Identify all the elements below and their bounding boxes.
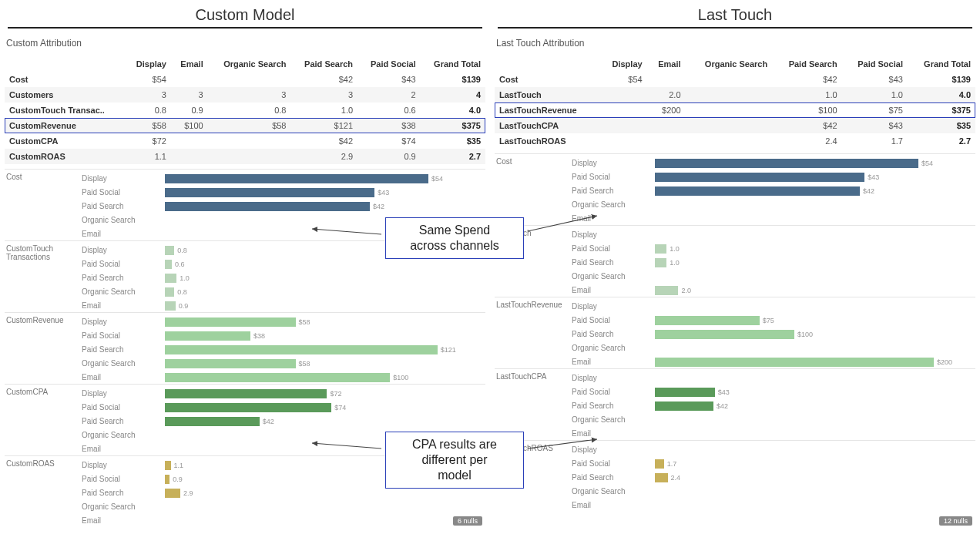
bar-group-label: CustomRevenue [5,314,80,384]
bar-row: Paid Search$42 [80,414,485,428]
bar-value: $42 [373,203,384,210]
cell: $42 [290,72,357,87]
cell [686,102,773,118]
bar-value: 1.0 [670,245,680,253]
bar [655,258,666,267]
cell: $42 [290,133,357,149]
bar [165,417,260,426]
bar-row: Paid Search$100 [570,327,975,341]
bar-value: $75 [763,317,774,324]
channel-label: Paid Search [80,417,165,425]
channel-label: Paid Search [570,473,655,482]
bar-value: $100 [393,374,408,381]
channel-label: Paid Social [570,244,655,253]
nulls-badge[interactable]: 12 nulls [939,516,972,526]
bar-row: Email [570,498,975,512]
row-total: 4.0 [908,87,975,102]
col-header: Email [647,56,686,72]
bar-row: Paid Search$42 [80,199,485,213]
bar-value: $200 [937,358,952,366]
channel-label: Display [570,445,655,454]
col-header: Display [126,56,171,72]
cell: $42 [772,72,841,87]
channel-label: Email [80,445,165,453]
channel-label: Email [80,230,165,238]
cell: 3 [171,87,208,102]
bar-value: 0.8 [177,247,187,254]
channel-label: Organic Search [80,502,165,511]
cell: 0.8 [208,102,291,118]
bar [655,186,860,196]
bar-row: Email$200 [570,354,975,368]
bar-row: Paid Search$42 [570,398,975,412]
row-total: 4.0 [421,102,485,118]
channel-label: Paid Search [80,489,165,497]
bar [165,475,169,484]
section-title: Custom Attribution [5,33,485,56]
bar-value: $38 [253,332,265,340]
bar-row: Email [570,426,975,440]
bar-row: Organic Search [570,197,975,211]
bar-group: LastTouchROASDisplayPaid Social1.7Paid S… [495,440,975,512]
table-row: LastTouchRevenue$200$100$75$375 [495,102,975,118]
table-row: Cost$54$42$43$139 [495,72,975,87]
bar [165,317,296,327]
bar-row: Paid Social$43 [570,385,975,398]
bar-row: Display [570,227,975,241]
channel-label: Organic Search [570,272,655,281]
cell [208,72,291,87]
cell [599,87,647,102]
bar [165,345,438,354]
bar-value: $100 [797,331,813,338]
bar-row: Display$58 [80,314,485,328]
bar-row: Display$54 [570,156,975,170]
row-total: $35 [421,133,485,149]
bar [165,246,174,255]
bar-row: Paid Social1.7 [570,456,975,470]
row-total: $139 [908,72,975,87]
cell: 1.7 [842,133,908,149]
channel-label: Paid Search [80,345,165,354]
row-total: $375 [908,102,975,118]
cell: $72 [126,133,171,149]
bar-group: CostDisplay$54Paid Social$43Paid Search$… [495,153,975,225]
cell: 0.9 [357,149,421,164]
row-label: Customers [5,87,126,102]
row-label: Cost [5,72,126,87]
bar-value: $58 [299,360,310,368]
bar-value: 1.1 [174,462,184,469]
bar [165,301,176,311]
channel-label: Paid Social [570,459,655,468]
bar-group-label: CustomROAS [5,458,80,527]
bar-value: $43 [378,189,389,197]
nulls-badge[interactable]: 6 nulls [453,516,482,526]
cell: $54 [126,72,171,87]
bar [655,173,864,182]
bar-value: 2.9 [183,489,193,497]
bar-value: $42 [717,402,728,410]
cell: $121 [290,118,357,133]
row-total: $375 [421,118,485,133]
cell [599,133,647,149]
channel-label: Email [80,373,165,381]
table-row: LastTouchROAS2.41.72.7 [495,133,975,149]
cell: $43 [842,72,908,87]
cell: $58 [126,118,171,133]
bar-row: Paid Search1.0 [80,270,485,284]
bar-row: Paid Search2.4 [570,470,975,484]
channel-label: Paid Social [570,316,655,324]
channel-label: Email [570,501,655,509]
channel-label: Paid Social [570,173,655,181]
attribution-table: DisplayEmailOrganic SearchPaid SearchPai… [5,56,485,164]
cell: 0.6 [357,102,421,118]
attribution-table: DisplayEmailOrganic SearchPaid SearchPai… [495,56,975,149]
channel-label: Display [570,230,655,239]
bar-value: 2.4 [671,474,681,482]
col-header: Grand Total [421,56,485,72]
row-label: LastTouch [495,87,599,102]
cell [686,87,773,102]
channel-label: Display [80,246,165,254]
cell: $54 [599,72,647,87]
col-header: Organic Search [686,56,773,72]
row-label: CustomROAS [5,149,126,164]
